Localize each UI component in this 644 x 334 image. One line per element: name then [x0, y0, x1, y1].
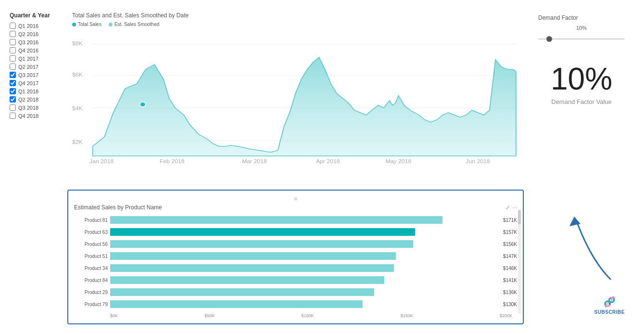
subscribe-container[interactable]: 🧬 SUBSCRIBE [594, 296, 625, 315]
checkbox-11[interactable] [10, 113, 16, 119]
bar-fill [110, 216, 442, 224]
bar-track [110, 228, 499, 236]
table-row: Product 63$157K [74, 227, 517, 237]
bar-label: Product 56 [74, 242, 108, 247]
chart-legend: Total Sales Est. Sales Smoothed [72, 22, 519, 27]
svg-text:$4K: $4K [72, 106, 83, 111]
table-row: Product 51$147K [74, 251, 517, 261]
bar-chart-area: Product 81$171KProduct 63$157KProduct 56… [74, 215, 517, 311]
demand-factor-slider[interactable] [538, 39, 625, 39]
checkbox-3[interactable] [10, 47, 16, 53]
checkbox-0[interactable] [10, 23, 16, 29]
filter-label-2: Q3 2016 [18, 39, 38, 45]
slider-value-label: 10% [538, 25, 625, 31]
svg-text:Feb 2018: Feb 2018 [160, 159, 185, 164]
bar-value: $157K [503, 230, 517, 235]
demand-factor-title: Demand Factor [538, 14, 578, 21]
svg-text:Apr 2018: Apr 2018 [316, 159, 340, 164]
bar-label: Product 63 [74, 230, 108, 235]
bar-label: Product 81 [74, 218, 108, 223]
filter-item-Q2-2017[interactable]: Q2 2017 [10, 64, 63, 70]
filter-label-6: Q3 2017 [18, 72, 38, 78]
chart-action-icons: ⤢ ··· [505, 205, 517, 211]
filter-item-Q2-2018[interactable]: Q2 2018 [10, 96, 63, 103]
filter-item-Q1-2016[interactable]: Q1 2016 [10, 23, 63, 29]
filter-item-Q3-2016[interactable]: Q3 2016 [10, 39, 63, 45]
arrow-svg [562, 212, 620, 284]
bar-track [110, 264, 499, 272]
bar-fill [110, 300, 363, 308]
filter-label-3: Q4 2016 [18, 48, 38, 53]
legend-dot-est-sales [109, 23, 113, 26]
x-axis-label-1: $50K [204, 313, 215, 318]
filter-label-0: Q1 2016 [18, 23, 38, 29]
filter-item-Q4-2017[interactable]: Q4 2017 [10, 80, 63, 86]
bar-value: $136K [503, 290, 517, 295]
bar-fill [110, 228, 415, 236]
scrollbar[interactable] [518, 210, 521, 314]
filter-label-7: Q4 2017 [18, 80, 38, 86]
filter-item-Q3-2018[interactable]: Q3 2018 [10, 104, 63, 111]
filter-item-Q1-2017[interactable]: Q1 2017 [10, 55, 63, 62]
checkbox-10[interactable] [10, 104, 16, 111]
subscribe-label[interactable]: SUBSCRIBE [594, 309, 625, 315]
checkbox-5[interactable] [10, 64, 16, 70]
x-axis-label-4: $200K [500, 313, 512, 318]
table-row: Product 84$141K [74, 275, 517, 285]
filter-item-Q3-2017[interactable]: Q3 2017 [10, 72, 63, 78]
bar-value: $130K [503, 302, 517, 307]
area-chart: $8K $6K $4K $2K [72, 31, 519, 166]
bottom-chart-container: ≡ Estimated Sales by Product Name ⤢ ··· … [67, 190, 524, 324]
top-chart-title: Total Sales and Est. Sales Smoothed by D… [72, 12, 519, 19]
checkbox-6[interactable] [10, 72, 16, 78]
filter-label-10: Q3 2018 [18, 105, 38, 111]
filter-label-9: Q2 2018 [18, 97, 38, 103]
bar-label: Product 29 [74, 290, 108, 295]
bar-label: Product 79 [74, 302, 108, 307]
checkbox-2[interactable] [10, 39, 16, 45]
data-point [140, 102, 146, 107]
scrollbar-thumb[interactable] [518, 210, 521, 224]
bar-value: $147K [503, 254, 517, 259]
filter-label-11: Q4 2018 [18, 113, 38, 119]
legend-label-est-sales: Est. Sales Smoothed [114, 22, 159, 27]
filter-item-Q2-2016[interactable]: Q2 2016 [10, 31, 63, 37]
filter-items: Q1 2016Q2 2016Q3 2016Q4 2016Q1 2017Q2 20… [10, 23, 63, 119]
filter-panel: Quarter & Year Q1 2016Q2 2016Q3 2016Q4 2… [10, 10, 63, 324]
more-icon[interactable]: ··· [513, 205, 517, 211]
bar-label: Product 84 [74, 278, 108, 283]
bar-label: Product 51 [74, 254, 108, 259]
svg-marker-14 [569, 217, 581, 226]
checkbox-9[interactable] [10, 96, 16, 103]
table-row: Product 34$146K [74, 263, 517, 273]
drag-handle[interactable]: ≡ [74, 195, 517, 202]
checkbox-1[interactable] [10, 31, 16, 37]
table-row: Product 81$171K [74, 215, 517, 225]
expand-icon[interactable]: ⤢ [505, 205, 510, 211]
x-axis-label-2: $100K [301, 313, 314, 318]
svg-text:Jan 2018: Jan 2018 [89, 159, 114, 164]
big-percentage-value: 10% [551, 64, 612, 94]
bar-label: Product 34 [74, 266, 108, 271]
checkbox-8[interactable] [10, 88, 16, 94]
filter-label-4: Q1 2017 [18, 56, 38, 62]
filter-label-1: Q2 2016 [18, 31, 38, 37]
table-row: Product 56$156K [74, 239, 517, 249]
filter-item-Q4-2016[interactable]: Q4 2016 [10, 47, 63, 53]
legend-total-sales: Total Sales [72, 22, 101, 27]
bottom-chart-title: Estimated Sales by Product Name [74, 204, 162, 211]
filter-item-Q1-2018[interactable]: Q1 2018 [10, 88, 63, 94]
svg-text:Jun 2018: Jun 2018 [466, 159, 490, 164]
bar-value: $141K [503, 278, 517, 283]
svg-text:Mar 2018: Mar 2018 [242, 159, 267, 164]
bar-fill [110, 252, 396, 260]
filter-item-Q4-2018[interactable]: Q4 2018 [10, 113, 63, 119]
legend-dot-total-sales [72, 23, 76, 26]
arrow-annotation [562, 212, 620, 286]
table-row: Product 29$136K [74, 287, 517, 297]
bar-track [110, 276, 499, 284]
svg-text:$2K: $2K [72, 140, 83, 145]
checkbox-7[interactable] [10, 80, 16, 86]
checkbox-4[interactable] [10, 55, 16, 62]
bar-fill [110, 240, 413, 248]
